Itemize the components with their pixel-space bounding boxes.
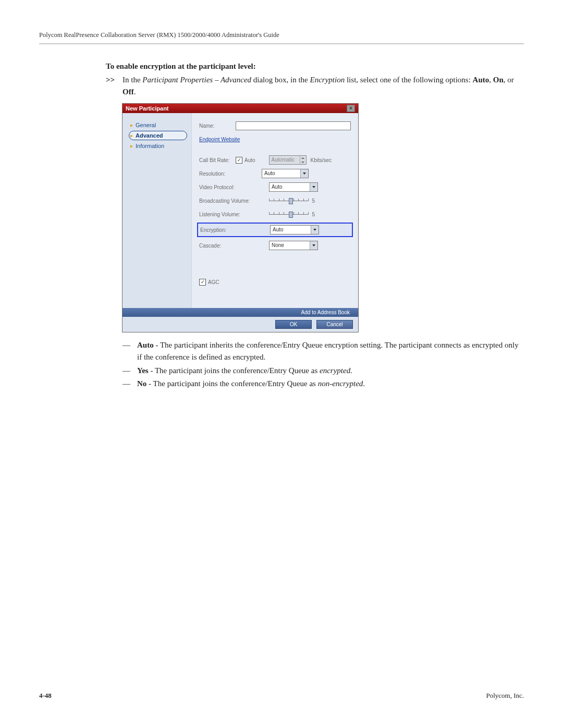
name-input[interactable] <box>236 121 351 130</box>
video-protocol-value: Auto <box>270 183 310 191</box>
step-pre: In the <box>123 76 142 84</box>
dialog-content: Name: Endpoint Website Call Bit Rate: ✓ … <box>191 113 358 308</box>
add-to-address-book-bar[interactable]: Add to Address Book <box>123 308 358 317</box>
row-encryption: Encryption: Auto <box>200 225 350 235</box>
row-agc: ✓ AGC <box>199 277 351 287</box>
step-bold1: Auto <box>473 76 489 84</box>
chevron-down-icon <box>310 183 317 191</box>
page: Polycom RealPresence Collaboration Serve… <box>0 0 563 728</box>
label-broadcasting-volume: Broadcasting Volume: <box>199 198 256 204</box>
bullet-dash: — <box>123 378 137 390</box>
agc-checkbox[interactable]: ✓ AGC <box>199 279 219 286</box>
label-video-protocol: Video Protocol: <box>199 184 256 190</box>
auto-checkbox-label: Auto <box>244 157 255 163</box>
bullet-no-post: . <box>363 379 365 388</box>
label-name: Name: <box>199 123 236 129</box>
bullet-no-ital: non-encrypted <box>318 379 363 388</box>
bullet-list: — Auto - The participant inherits the co… <box>123 339 524 390</box>
checkbox-icon: ✓ <box>199 279 206 286</box>
step-bold3: Off <box>123 88 134 96</box>
resolution-value: Auto <box>262 169 300 178</box>
step-mid2: list, select one of the following option… <box>345 76 472 84</box>
listening-volume-value: 5 <box>312 212 315 217</box>
bitrate-spinner[interactable]: Automatic <box>269 155 307 165</box>
video-protocol-dropdown[interactable]: Auto <box>269 182 318 192</box>
dialog-sidebar: General Advanced Information <box>123 113 191 308</box>
bullet-no-label: No <box>137 379 146 388</box>
sidebar-item-general[interactable]: General <box>129 120 187 130</box>
row-video-protocol: Video Protocol: Auto <box>199 182 351 192</box>
row-call-bit-rate: Call Bit Rate: ✓ Auto Automatic Kbits/se… <box>199 155 351 165</box>
broadcasting-volume-value: 5 <box>312 198 315 204</box>
sidebar-item-information[interactable]: Information <box>129 141 187 151</box>
checkbox-icon: ✓ <box>236 157 242 164</box>
label-listening-volume: Listening Volume: <box>199 212 256 217</box>
encryption-value: Auto <box>271 226 311 234</box>
chevron-down-icon <box>300 169 308 178</box>
page-footer: 4-48 Polycom, Inc. <box>39 692 524 700</box>
row-cascade: Cascade: None <box>199 240 351 251</box>
broadcasting-volume-slider[interactable]: 5 <box>269 196 315 205</box>
dialog-footer-buttons: OK Cancel <box>123 317 358 332</box>
bullet-dash: — <box>123 365 137 377</box>
chevron-down-icon <box>311 226 319 234</box>
encryption-dropdown[interactable]: Auto <box>270 225 319 235</box>
step-text: In the Participant Properties – Advanced… <box>123 74 524 97</box>
label-cascade: Cascade: <box>199 243 256 249</box>
cancel-button[interactable]: Cancel <box>316 320 353 329</box>
step-ital2: Encryption <box>310 76 345 84</box>
listening-volume-slider[interactable]: 5 <box>269 210 315 218</box>
bullet-yes: — Yes - The participant joins the confer… <box>123 365 524 377</box>
page-number: 4-48 <box>39 692 52 700</box>
bullet-auto: — Auto - The participant inherits the co… <box>123 339 524 364</box>
label-resolution: Resolution: <box>199 171 256 177</box>
footer-company: Polycom, Inc. <box>486 692 524 700</box>
bitrate-value: Automatic <box>270 156 300 164</box>
bullet-no: — No - The participant joins the confere… <box>123 378 524 390</box>
page-header: Polycom RealPresence Collaboration Serve… <box>39 31 524 44</box>
cascade-value: None <box>270 241 310 250</box>
resolution-dropdown[interactable]: Auto <box>262 169 309 178</box>
encryption-highlight: Encryption: Auto <box>197 223 353 237</box>
bullet-yes-pre: - The participant joins the conference/E… <box>149 366 320 375</box>
kbits-label: Kbits/sec <box>311 157 332 163</box>
step-row: >> In the Participant Properties – Advan… <box>106 74 524 97</box>
step-marker: >> <box>106 74 123 97</box>
dialog-body: General Advanced Information Name: Endpo… <box>123 113 358 308</box>
bullet-auto-text: - The participant inherits the conferenc… <box>137 341 519 361</box>
step-mid1: dialog box, in the <box>251 76 310 84</box>
close-icon[interactable]: × <box>347 105 355 112</box>
ok-button[interactable]: OK <box>275 320 312 329</box>
agc-checkbox-label: AGC <box>208 279 219 285</box>
bullet-auto-label: Auto <box>137 341 154 349</box>
step-ital1: Participant Properties – Advanced <box>142 76 251 84</box>
row-name: Name: <box>199 120 351 131</box>
chevron-down-icon <box>310 241 317 250</box>
section-heading: To enable encryption at the participant … <box>106 62 524 71</box>
row-resolution: Resolution: Auto <box>199 168 351 179</box>
dialog-titlebar[interactable]: New Participant × <box>123 104 358 113</box>
label-call-bit-rate: Call Bit Rate: <box>199 157 236 163</box>
step-sep1: , <box>489 76 493 84</box>
row-listening-volume: Listening Volume: 5 <box>199 209 351 219</box>
endpoint-website-link[interactable]: Endpoint Website <box>199 137 240 142</box>
new-participant-dialog: New Participant × General Advanced Infor… <box>123 104 358 332</box>
cascade-dropdown[interactable]: None <box>269 241 318 250</box>
bullet-dash: — <box>123 339 137 364</box>
row-broadcasting-volume: Broadcasting Volume: 5 <box>199 195 351 206</box>
bullet-yes-label: Yes <box>137 366 149 375</box>
bullet-no-pre: - The participant joins the conference/E… <box>146 379 317 388</box>
auto-checkbox[interactable]: ✓ Auto <box>236 157 255 164</box>
row-endpoint-website: Endpoint Website <box>199 134 351 144</box>
dialog-title: New Participant <box>126 105 169 112</box>
label-encryption: Encryption: <box>200 227 258 233</box>
step-bold2: On <box>493 76 504 84</box>
bullet-yes-ital: encrypted. <box>320 366 352 375</box>
step-tail: . <box>134 88 136 96</box>
step-sep2: , or <box>504 76 514 84</box>
sidebar-item-advanced[interactable]: Advanced <box>129 131 187 140</box>
